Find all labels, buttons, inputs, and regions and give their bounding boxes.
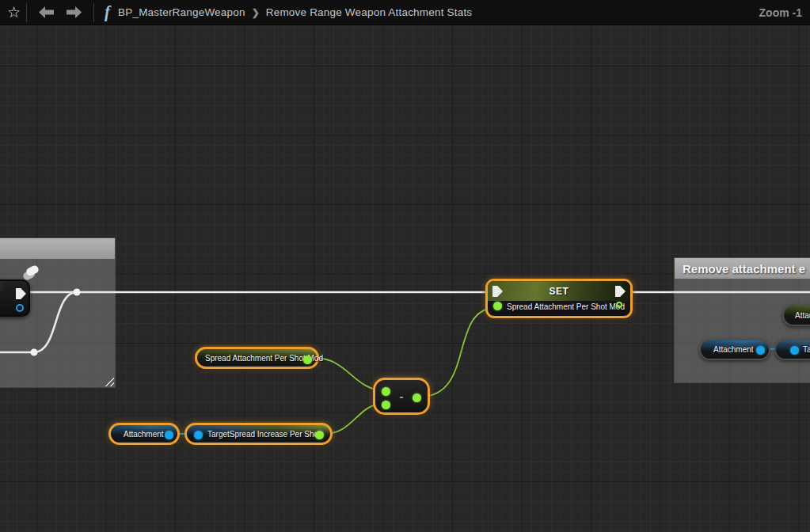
subtract-node[interactable]: - xyxy=(373,378,430,415)
float-output-pin[interactable] xyxy=(315,431,324,439)
target-pin-label: Target xyxy=(207,430,230,439)
function-icon: f xyxy=(105,2,110,22)
float-output-pin[interactable] xyxy=(303,355,312,364)
comment-title-left[interactable] xyxy=(0,238,115,259)
favorite-star-icon[interactable]: ☆ xyxy=(7,5,21,20)
float-output-pin[interactable] xyxy=(616,302,622,308)
navigate-back-button[interactable] xyxy=(39,6,54,18)
variable-getter-spread-mod[interactable]: Spread Attachment Per Shot Mod xyxy=(195,347,319,369)
set-variable-node[interactable]: SET Spread Attachment Per Shot Mod xyxy=(485,279,633,318)
breadcrumb-chevron-icon: ❯ xyxy=(252,7,260,18)
getter-label: Attachment xyxy=(124,430,164,439)
toolbar-divider xyxy=(26,3,27,22)
subtract-operator: - xyxy=(375,389,428,402)
target-pin-label: Target xyxy=(803,345,810,354)
breadcrumb-current: Remove Range Weapon Attachment Stats xyxy=(266,6,473,18)
variable-getter-partial[interactable]: Attac xyxy=(782,304,810,326)
set-input-pin-label: Spread Attachment Per Shot Mod xyxy=(507,302,625,311)
getter-label: Attac xyxy=(795,311,810,320)
variable-getter-spread-increase[interactable]: Target Spread Increase Per Shot xyxy=(184,423,333,445)
navigate-forward-button[interactable] xyxy=(67,6,82,18)
getter-label: Spread Increase Per Shot xyxy=(230,430,321,439)
toolbar-divider xyxy=(93,3,94,22)
object-input-pin[interactable] xyxy=(790,346,799,355)
float-input-pin[interactable] xyxy=(493,302,502,310)
object-output-pin[interactable] xyxy=(165,431,173,439)
variable-getter-attachment-right[interactable]: Attachment xyxy=(699,339,770,360)
exec-output-pin[interactable] xyxy=(16,288,26,299)
object-output-pin[interactable] xyxy=(756,346,765,355)
object-input-pin[interactable] xyxy=(194,431,203,439)
breadcrumb-root[interactable]: BP_MasterRangeWeapon xyxy=(118,6,245,18)
comment-resize-handle[interactable] xyxy=(104,376,114,386)
partial-function-node[interactable] xyxy=(0,279,30,317)
breadcrumb-toolbar: ☆ f BP_MasterRangeWeapon ❯ Remove Range … xyxy=(0,0,810,25)
zoom-level-indicator: Zoom -1 xyxy=(759,6,802,19)
object-output-pin[interactable] xyxy=(16,304,24,312)
getter-label: Attachment xyxy=(713,345,754,354)
variable-getter-target-right[interactable]: Target xyxy=(774,339,810,360)
variable-getter-attachment[interactable]: Attachment xyxy=(108,423,180,445)
set-node-header: SET xyxy=(488,281,630,301)
comment-title-right[interactable]: Remove attachment e xyxy=(675,258,810,279)
blueprint-editor-window: Remove attachment e SET Spread Attachmen… xyxy=(0,0,810,532)
